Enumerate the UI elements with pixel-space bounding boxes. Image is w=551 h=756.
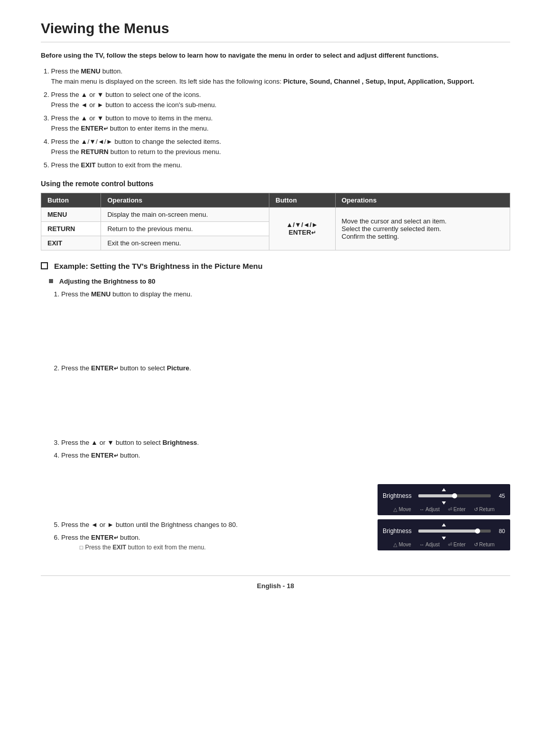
sub-title: Adjusting the Brightness to 80 xyxy=(49,278,510,285)
button-exit: EXIT xyxy=(41,236,101,250)
op-return: Return to the previous menu. xyxy=(101,221,269,236)
exit-note-text: Press the EXIT button to exit from the m… xyxy=(85,543,206,552)
example-steps-list-2: Press the ENTER↵ button to select Pictur… xyxy=(61,363,510,373)
nav-enter-2: ⏎ Enter xyxy=(448,542,466,547)
op-exit: Exit the on-screen menu. xyxy=(101,236,269,250)
example-step-3: Press the ▲ or ▼ button to select Bright… xyxy=(61,438,510,448)
example-steps-list: Press the MENU button to display the men… xyxy=(61,289,510,299)
brightness-thumb-2 xyxy=(475,528,480,534)
down-arrow-icon-1 xyxy=(442,501,446,505)
up-arrow-icon-2 xyxy=(442,523,446,526)
button-nav: ▲/▼/◄/►ENTER↵ xyxy=(269,207,335,250)
steps-5-6-area: Brightness 45 △ Move ↔ Adjust xyxy=(49,520,510,555)
brightness-row-2: Brightness 80 xyxy=(383,527,505,535)
brightness-value-1: 45 xyxy=(494,493,505,499)
down-arrow-icon-2 xyxy=(442,537,446,540)
nav-adjust-1: ↔ Adjust xyxy=(419,507,440,512)
page-title: Viewing the Menus xyxy=(41,20,510,42)
remote-table: Button Operations Button Operations MENU… xyxy=(41,193,510,250)
op-menu: Display the main on-screen menu. xyxy=(101,207,269,221)
intro-description: Before using the TV, follow the steps be… xyxy=(41,52,510,59)
brightness-label-1: Brightness xyxy=(383,492,415,499)
brightness-nav-2: △ Move ↔ Adjust ⏎ Enter ↺ Return xyxy=(383,542,505,547)
nav-move-1: △ Move xyxy=(393,507,411,512)
brightness-nav-1: △ Move ↔ Adjust ⏎ Enter ↺ Return xyxy=(383,507,505,512)
brightness-thumb-1 xyxy=(452,493,457,498)
step-1: Press the MENU button. The main menu is … xyxy=(51,66,510,86)
step-5: Press the EXIT button to exit from the m… xyxy=(51,160,510,170)
sub-section: Adjusting the Brightness to 80 Press the… xyxy=(49,278,510,555)
example-step-1: Press the MENU button to display the men… xyxy=(61,289,510,299)
main-steps-list: Press the MENU button. The main menu is … xyxy=(51,66,510,170)
step-4: Press the ▲/▼/◄/► button to change the s… xyxy=(51,137,510,157)
footer-text: English - 18 xyxy=(257,582,294,590)
brightness-row-1: Brightness 45 xyxy=(383,492,505,499)
brightness-bar-bg-1 xyxy=(418,494,491,497)
brightness-bar-fill-2 xyxy=(418,530,478,533)
step1-image-area xyxy=(49,302,510,363)
step-3: Press the ▲ or ▼ button to move to items… xyxy=(51,113,510,133)
example-steps-list-3: Press the ▲ or ▼ button to select Bright… xyxy=(61,438,510,461)
example-step-2: Press the ENTER↵ button to select Pictur… xyxy=(61,363,510,373)
checkbox-icon xyxy=(41,262,48,269)
brightness-label-2: Brightness xyxy=(383,527,415,535)
nav-enter-1: ⏎ Enter xyxy=(448,507,466,512)
button-menu: MENU xyxy=(41,207,101,221)
step-2: Press the ▲ or ▼ button to select one of… xyxy=(51,90,510,110)
example-section: Example: Setting the TV's Brightness in … xyxy=(41,262,510,555)
col-operations-1: Operations xyxy=(101,193,269,207)
footer: English - 18 xyxy=(41,575,510,590)
brightness-value-2: 80 xyxy=(494,528,505,534)
exit-note: □ Press the EXIT button to exit from the… xyxy=(80,543,378,552)
nav-return-2: ↺ Return xyxy=(474,542,495,547)
nav-return-1: ↺ Return xyxy=(474,507,495,512)
square-bullet-icon xyxy=(49,279,53,283)
example-step-4: Press the ENTER↵ button. xyxy=(61,450,510,461)
up-arrow-icon-1 xyxy=(442,488,446,491)
brightness-bar-bg-2 xyxy=(418,530,491,533)
brightness-box-1: Brightness 45 △ Move ↔ Adjust xyxy=(378,484,510,515)
nav-adjust-2: ↔ Adjust xyxy=(419,542,440,547)
example-heading: Example: Setting the TV's Brightness in … xyxy=(41,262,510,270)
table-row: MENU Display the main on-screen menu. ▲/… xyxy=(41,207,510,221)
remote-section-title: Using the remote control buttons xyxy=(41,180,510,188)
nav-move-2: △ Move xyxy=(393,542,411,547)
brightness-boxes: Brightness 45 △ Move ↔ Adjust xyxy=(378,484,510,550)
brightness-bar-fill-1 xyxy=(418,494,455,497)
col-operations-2: Operations xyxy=(335,193,510,207)
col-button-1: Button xyxy=(41,193,101,207)
col-button-2: Button xyxy=(269,193,335,207)
op-nav: Move the cursor and select an item. Sele… xyxy=(335,207,510,250)
brightness-box-2: Brightness 80 △ Move ↔ Adjust xyxy=(378,519,510,550)
button-return: RETURN xyxy=(41,221,101,236)
step2-image-area xyxy=(49,376,510,438)
note-icon: □ xyxy=(80,543,83,552)
